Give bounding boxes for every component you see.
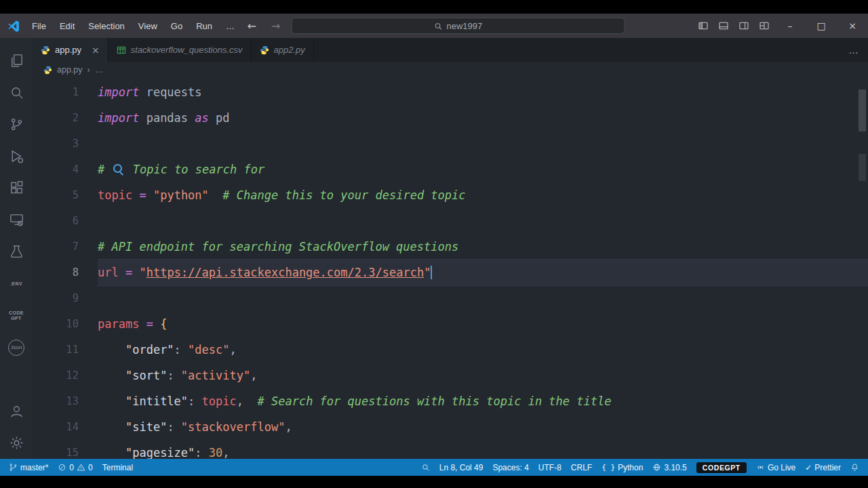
- breadcrumb-more[interactable]: …: [95, 65, 104, 75]
- code-line-text[interactable]: params = {: [98, 311, 868, 337]
- dotenv-extension-icon[interactable]: .ENV: [0, 268, 33, 300]
- tab-stackoverflow-questions-csv[interactable]: stackoverflow_questions.csv: [108, 38, 252, 62]
- code-line[interactable]: 13 "intitle": topic, # Search for questi…: [33, 388, 868, 414]
- go-live-label: Go Live: [768, 463, 795, 472]
- breadcrumb[interactable]: app.py › …: [33, 62, 868, 78]
- code-line-text[interactable]: import requests: [98, 79, 868, 105]
- codegpt-extension-icon[interactable]: CODEGPT: [0, 300, 33, 331]
- customize-layout-icon[interactable]: [754, 16, 774, 35]
- menu-file[interactable]: File: [26, 19, 52, 33]
- extensions-icon[interactable]: [0, 172, 33, 204]
- code-line-text[interactable]: "order": "desc",: [98, 337, 868, 363]
- code-line-text[interactable]: "site": "stackoverflow",: [98, 414, 868, 440]
- code-line[interactable]: 12 "sort": "activity",: [33, 363, 868, 388]
- code-line[interactable]: 3: [33, 131, 868, 157]
- toggle-sidebar-right-icon[interactable]: [734, 16, 754, 35]
- toggle-sidebar-left-icon[interactable]: [693, 16, 713, 35]
- code-line[interactable]: 10params = {: [33, 311, 868, 337]
- line-number: 7: [33, 234, 98, 260]
- code-line[interactable]: 14 "site": "stackoverflow",: [33, 414, 868, 440]
- prettier-status[interactable]: ✓ Prettier: [800, 459, 846, 476]
- magnifier-icon: [421, 463, 430, 472]
- code-line[interactable]: 5topic = "python" # Change this to your …: [33, 182, 868, 208]
- indentation-status[interactable]: Spaces: 4: [488, 459, 533, 476]
- code-line-text[interactable]: "sort": "activity",: [98, 363, 868, 388]
- menu-edit[interactable]: Edit: [54, 19, 81, 33]
- code-line-text[interactable]: "intitle": topic, # Search for questions…: [98, 388, 868, 414]
- notifications-bell-icon[interactable]: [846, 459, 864, 476]
- code-line[interactable]: 4# Topic to search for: [33, 157, 868, 182]
- python-interpreter-status[interactable]: 3.10.5: [648, 459, 691, 476]
- menu-view[interactable]: View: [132, 19, 163, 33]
- code-line[interactable]: 6: [33, 208, 868, 234]
- breadcrumb-file[interactable]: app.py: [57, 65, 83, 75]
- code-line-text[interactable]: # API endpoint for searching StackOverfl…: [98, 234, 868, 260]
- code-line-text[interactable]: import pandas as pd: [98, 105, 868, 131]
- nav-back-icon[interactable]: ←: [243, 20, 260, 33]
- tab-app-py[interactable]: app.py ×: [33, 38, 108, 62]
- testing-beaker-icon[interactable]: [0, 236, 33, 268]
- code-line[interactable]: 9: [33, 285, 868, 311]
- code-line-text[interactable]: "pagesize": 30,: [98, 440, 868, 459]
- explorer-icon[interactable]: [0, 45, 33, 77]
- code-line-text[interactable]: # Topic to search for: [98, 157, 868, 182]
- toggle-panel-icon[interactable]: [713, 16, 734, 35]
- git-branch-label: master*: [20, 463, 48, 472]
- language-mode-status[interactable]: { } Python: [597, 459, 648, 476]
- tab-label: app2.py: [274, 45, 305, 55]
- menu-go[interactable]: Go: [165, 19, 189, 33]
- editor-actions-more-icon[interactable]: …: [848, 38, 859, 62]
- code-line-text[interactable]: topic = "python" # Change this to your d…: [98, 182, 868, 208]
- menu-selection[interactable]: Selection: [82, 19, 130, 33]
- window-close-button[interactable]: ×: [837, 14, 868, 38]
- window-maximize-button[interactable]: □: [806, 14, 837, 38]
- git-branch-status[interactable]: master*: [4, 459, 53, 476]
- go-live-status[interactable]: Go Live: [751, 459, 800, 476]
- python-file-icon: [41, 45, 50, 55]
- python-file-icon: [260, 45, 269, 55]
- codegpt-status[interactable]: CODEGPT: [692, 459, 751, 476]
- account-icon[interactable]: [0, 395, 33, 427]
- terminal-label: Terminal: [102, 463, 133, 472]
- problems-status[interactable]: 0 0: [53, 459, 97, 476]
- line-number: 3: [33, 131, 98, 157]
- settings-gear-icon[interactable]: [0, 427, 33, 459]
- code-line[interactable]: 15 "pagesize": 30,: [33, 440, 868, 459]
- line-number: 10: [33, 311, 98, 337]
- code-line-text[interactable]: [98, 208, 868, 234]
- terminal-status[interactable]: Terminal: [98, 459, 138, 476]
- code-line[interactable]: 11 "order": "desc",: [33, 337, 868, 363]
- vscode-logo-icon: [7, 19, 20, 33]
- json-extension-icon[interactable]: Json: [0, 331, 33, 363]
- nav-forward-icon[interactable]: →: [267, 20, 284, 33]
- status-bar-right: Ln 8, Col 49 Spaces: 4 UTF-8 CRLF { } Py…: [416, 459, 864, 476]
- git-branch-icon: [9, 463, 18, 472]
- code-line-text[interactable]: [98, 285, 868, 311]
- scrollbar-thumb[interactable]: [859, 89, 866, 131]
- window-minimize-button[interactable]: –: [774, 14, 806, 38]
- eol-status[interactable]: CRLF: [566, 459, 597, 476]
- cursor-position-status[interactable]: Ln 8, Col 49: [435, 459, 488, 476]
- remote-explorer-icon[interactable]: [0, 204, 33, 236]
- code-line[interactable]: 8url = "https://api.stackexchange.com/2.…: [33, 260, 868, 285]
- title-bar: File Edit Selection View Go Run … ← → ne…: [0, 14, 868, 38]
- encoding-status[interactable]: UTF-8: [534, 459, 566, 476]
- python-version-label: 3.10.5: [664, 463, 686, 472]
- run-debug-icon[interactable]: [0, 140, 33, 172]
- code-line-text[interactable]: [98, 131, 868, 157]
- editor-pane[interactable]: 1import requests2import pandas as pd34# …: [33, 78, 868, 459]
- code-line-text[interactable]: url = "https://api.stackexchange.com/2.3…: [98, 260, 868, 285]
- menu-more-icon[interactable]: …: [220, 19, 241, 33]
- code-line[interactable]: 2import pandas as pd: [33, 105, 868, 131]
- code-line[interactable]: 7# API endpoint for searching StackOverf…: [33, 234, 868, 260]
- menu-run[interactable]: Run: [190, 19, 218, 33]
- source-control-icon[interactable]: [0, 108, 33, 140]
- search-sidebar-icon[interactable]: [0, 77, 33, 108]
- tab-app2-py[interactable]: app2.py: [252, 38, 314, 62]
- tab-close-icon[interactable]: ×: [92, 45, 100, 55]
- line-number: 12: [33, 363, 98, 388]
- vscode-window: File Edit Selection View Go Run … ← → ne…: [0, 14, 868, 476]
- command-center-search[interactable]: new1997: [291, 18, 625, 34]
- zoom-status-icon[interactable]: [416, 459, 435, 476]
- code-line[interactable]: 1import requests: [33, 79, 868, 105]
